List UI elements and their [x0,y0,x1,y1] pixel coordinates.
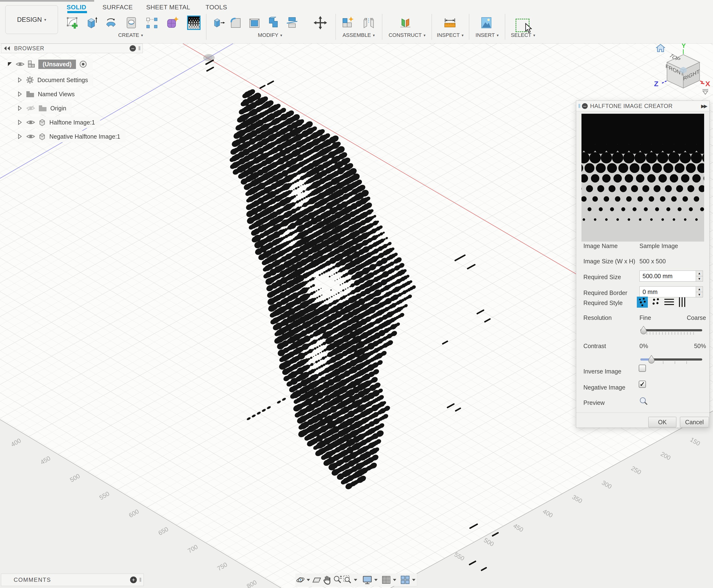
hole-button[interactable] [124,15,139,30]
display-dropdown-caret[interactable] [374,579,378,581]
ok-button[interactable]: OK [648,417,676,427]
orbit-button[interactable] [296,574,305,586]
inverse-image-checkbox[interactable] [639,365,646,372]
browser-item-negative-halftone-image[interactable]: Negative Halftone Image:1 [18,131,125,142]
negative-image-checkbox[interactable]: ✓ [639,381,646,388]
browser-root-row[interactable]: (Unsaved) [7,58,93,70]
group-construct[interactable]: CONSTRUCT▾ [389,32,426,38]
image-size-value: 500 x 500 [639,258,666,265]
construct-plane-button[interactable] [398,15,413,30]
viewcube-menu-icon[interactable] [700,88,710,95]
eye-icon[interactable] [26,119,36,126]
shell-button[interactable] [247,15,262,30]
eye-icon[interactable] [15,61,25,67]
collapsed-arrow-icon[interactable] [18,77,22,83]
zoom-window-button[interactable] [343,574,352,586]
measure-icon [443,16,457,29]
dialog-header[interactable]: ‖ – HALFTONE IMAGE CREATOR ▶▶ [576,101,709,111]
extrude-button[interactable] [84,15,99,30]
tab-tools[interactable]: TOOLS [206,3,227,12]
pan-button[interactable] [322,574,332,586]
navigation-toolbar [296,574,417,586]
create-form-button[interactable] [165,15,180,30]
style-horizontal-lines-option[interactable] [664,297,675,308]
panel-grip[interactable]: ‖ [138,45,141,52]
minimize-panel-icon[interactable]: – [129,45,136,51]
tab-solid[interactable]: SOLID [67,3,86,12]
workspace-switcher[interactable]: DESIGN ▾ [5,5,58,34]
comments-panel-header[interactable]: COMMENTS + ‖ [1,574,144,586]
tab-sheet-metal[interactable]: SHEET METAL [146,3,190,12]
grid-dropdown-caret[interactable] [393,579,396,581]
style-dots-option[interactable] [637,297,648,308]
group-assemble[interactable]: ASSEMBLE▾ [343,32,375,38]
activate-component-radio[interactable] [79,60,87,68]
collapsed-arrow-icon[interactable] [18,120,22,125]
create-sketch-button[interactable] [65,15,81,30]
group-modify[interactable]: MODIFY▾ [258,32,282,38]
eye-hidden-icon[interactable] [26,105,36,111]
browser-item-origin[interactable]: Origin [18,103,72,114]
expanded-arrow-icon[interactable] [7,62,13,67]
press-pull-button[interactable] [211,15,227,30]
collapsed-arrow-icon[interactable] [18,91,22,97]
split-body-button[interactable] [284,15,300,30]
browser-item-halftone-image[interactable]: Halftone Image:1 [18,117,100,128]
revolve-button[interactable] [103,15,119,30]
required-border-stepper[interactable]: ▲▼ [696,286,703,297]
collapsed-arrow-icon[interactable] [18,133,22,139]
viewports-dropdown-caret[interactable] [412,579,415,581]
measure-button[interactable] [442,15,457,30]
halftone-preview-image [582,114,704,241]
collapse-panel-icon[interactable] [4,46,11,51]
add-comment-icon[interactable]: + [130,576,137,583]
resolution-slider-handle[interactable] [640,326,647,334]
group-create[interactable]: CREATE▾ [118,32,143,38]
style-sparse-dots-option[interactable] [650,297,661,308]
joint-button[interactable] [361,15,376,30]
display-settings-button[interactable] [362,574,373,586]
halftone-image-button[interactable] [186,15,202,30]
group-insert[interactable]: INSERT▾ [475,32,498,38]
look-at-button[interactable] [311,574,322,586]
rectangular-pattern-button[interactable] [144,15,160,30]
panel-grip[interactable]: ‖ [139,576,142,583]
resolution-slider-track[interactable] [640,329,702,331]
pan-hand-icon [323,575,331,585]
orbit-dropdown-caret[interactable] [307,579,310,581]
document-name-chip[interactable]: (Unsaved) [38,60,76,69]
cancel-button[interactable]: Cancel [680,417,709,427]
collapsed-arrow-icon[interactable] [18,105,22,111]
new-component-button[interactable] [341,15,356,30]
home-icon[interactable] [656,44,665,52]
contrast-max-label: 50% [694,342,706,350]
required-size-stepper[interactable]: ▲▼ [696,271,703,281]
grid-and-snaps-button[interactable] [381,574,391,586]
grid-icon [382,575,391,584]
zoom-dropdown-caret[interactable] [354,579,357,581]
eye-icon[interactable] [26,133,36,140]
dialog-drag-grip[interactable]: ‖ [578,103,580,109]
image-icon [480,16,493,29]
insert-image-button[interactable] [479,15,494,30]
fillet-button[interactable] [228,15,244,30]
browser-item-named-views[interactable]: Named Views [18,88,80,100]
contrast-slider-handle[interactable] [648,355,655,364]
browser-panel-header[interactable]: BROWSER – ‖ [1,44,143,53]
required-border-input[interactable]: 0 mm [639,286,703,297]
image-size-label: Image Size (W x H) [584,258,635,265]
minimize-dialog-icon[interactable]: – [582,103,588,109]
preview-magnifier-icon[interactable] [639,397,649,406]
image-name-label: Image Name [584,243,618,250]
browser-item-document-settings[interactable]: Document Settings [18,74,93,86]
viewcube-cube[interactable]: TOP FRONT RIGHT [666,53,699,88]
collapse-dialog-icon[interactable]: ▶▶ [701,103,707,109]
tab-surface[interactable]: SURFACE [103,3,133,12]
combine-button[interactable] [265,15,281,30]
group-inspect[interactable]: INSPECT▾ [437,32,463,38]
style-vertical-lines-option[interactable] [677,297,688,308]
required-size-input[interactable]: 500.00 mm [639,271,703,281]
zoom-button[interactable] [332,574,343,586]
viewports-button[interactable] [400,574,411,586]
move-copy-button[interactable] [313,15,328,30]
